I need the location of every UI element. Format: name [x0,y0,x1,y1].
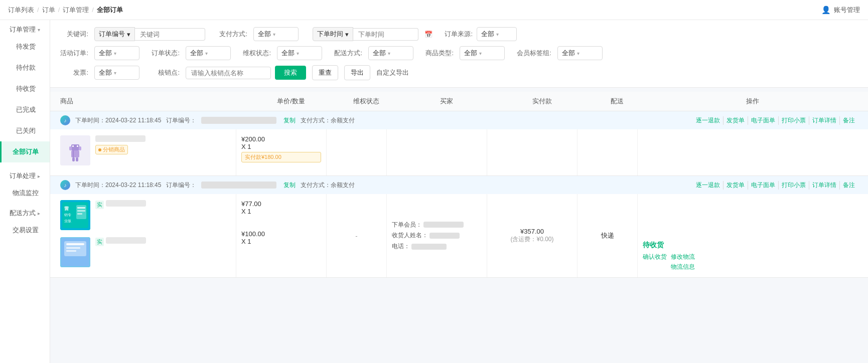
price-main-1-1: ¥200.00 [241,135,321,143]
breadcrumb-item-3[interactable]: 订单管理 [63,6,89,15]
order-2-price-list: ¥77.00 X 1 ¥100.00 X 1 [236,194,326,277]
rights-select[interactable]: 全部 ▾ [277,46,322,60]
action-detail-1[interactable]: 订单详情 [809,116,840,125]
chevron-down-icon-delivery: ▾ [388,51,390,56]
chevron-down-icon-time: ▾ [345,31,349,38]
order-2-amount: ¥357.00 (含运费：¥0.00) [487,194,577,277]
order-platform-icon-1: ♪ [60,115,70,125]
svg-rect-17 [77,210,85,212]
delivery-value-2: 快递 [601,231,614,240]
op-confirm-2[interactable]: 确认收货 [643,253,667,261]
svg-text:业版: 业版 [64,219,71,223]
breadcrumb-sep-3: / [92,6,94,14]
copy-button-1[interactable]: 复制 [283,116,296,125]
col-product: 商品 [60,97,246,106]
time-type-select[interactable]: 下单时间 ▾ [313,27,353,41]
svg-rect-16 [77,207,85,209]
breadcrumb-item-2[interactable]: 订单 [42,6,55,15]
sidebar-item-pending-payment[interactable]: 待付款 [0,57,50,78]
keyword-type-select[interactable]: 订单编号 ▾ [94,27,135,41]
action-detail-2[interactable]: 订单详情 [809,181,840,190]
order-id-masked-2 [201,182,276,189]
svg-rect-8 [76,157,78,161]
order-2-buyer: 下单会员： 收货人姓名： 电话： [386,194,487,277]
action-eface-1[interactable]: 电子面单 [748,116,779,125]
action-print-1[interactable]: 打印小票 [779,116,809,125]
order-actions-2: 逐一退款 发货单 电子面单 打印小票 订单详情 备注 [693,181,858,190]
action-shipment-1[interactable]: 发货单 [724,116,748,125]
op-link-row-2: 确认收货 修改物流 [643,253,695,261]
svg-rect-24 [66,250,76,252]
chevron-down-icon-goods-type: ▾ [479,51,482,56]
account-area[interactable]: 👤 账号管理 [821,6,860,15]
sidebar-item-order-processing[interactable]: 订单处理 ▸ [0,166,50,183]
sidebar-item-logistics-monitor[interactable]: 物流监控 [0,183,50,204]
chevron-right-icon-2: ▸ [38,211,40,216]
sidebar-item-pending-shipment[interactable]: 待发货 [0,36,50,57]
rights-status-value-2: - [355,232,357,240]
order-1-product-list: 分销商品 [50,129,236,175]
payment-select[interactable]: 全部 ▾ [253,27,299,41]
search-button[interactable]: 搜索 [275,66,306,80]
svg-rect-6 [71,150,79,157]
goods-type-select[interactable]: 全部 ▾ [460,46,505,60]
member-tag-select[interactable]: 全部 ▾ [557,46,603,60]
phone-masked-2 [411,244,447,250]
chevron-down-icon-rights: ▾ [297,51,299,56]
chevron-down-icon: ▾ [38,27,40,33]
op-logistics-info-2[interactable]: 物流信息 [671,263,695,270]
filter-row-3: 发票: 全部 ▾ 核销点: 搜索 重查 导出 自定义导出 [60,65,858,80]
calendar-icon[interactable]: 📅 [424,31,432,38]
invoice-select[interactable]: 全部 ▾ [94,66,139,80]
action-note-2[interactable]: 备注 [840,181,858,190]
action-note-1[interactable]: 备注 [840,116,858,125]
activity-select[interactable]: 全部 ▾ [94,46,139,60]
source-label: 订单来源: [445,30,473,39]
activity-value: 全部 [99,49,112,58]
sidebar-label-order-processing: 订单处理 [10,171,36,180]
sidebar-item-completed[interactable]: 已完成 [0,99,50,120]
op-modify-logistics-2[interactable]: 修改物流 [671,253,695,261]
keyword-input[interactable] [135,28,205,41]
time-group[interactable]: 下单时间 ▾ [313,27,418,41]
order-status-select[interactable]: 全部 ▾ [186,46,231,60]
product-info-2-2: 实 [95,237,226,249]
verification-input[interactable] [186,67,271,79]
reset-button[interactable]: 重查 [312,65,338,80]
action-refund-1[interactable]: 逐一退款 [693,116,724,125]
actual-price-badge-1-1: 实付款¥180.00 [241,152,321,162]
col-amount: 实付款 [497,97,587,106]
sidebar-item-closed[interactable]: 已关闭 [0,120,50,141]
keyword-group[interactable]: 订单编号 ▾ [94,27,205,41]
order-platform-icon-2: ♪ [60,180,70,190]
filter-row-1: 关键词: 订单编号 ▾ 支付方式: 全部 ▾ 下单时间 ▾ [60,27,858,41]
price-count-2-2: X 1 [241,238,321,245]
col-buyer: 买家 [396,97,497,106]
action-shipment-2[interactable]: 发货单 [724,181,748,190]
phone-label-2: 电话： [392,243,410,250]
buyer-label-2: 下单会员： [392,220,464,231]
source-select[interactable]: 全部 ▾ [477,27,517,41]
breadcrumb-item-1[interactable]: 订单列表 [8,6,34,15]
sidebar-item-order-management[interactable]: 订单管理 ▾ [0,20,50,36]
custom-export-button[interactable]: 自定义导出 [376,68,409,77]
export-button[interactable]: 导出 [344,65,370,80]
sidebar-item-transaction-settings[interactable]: 交易设置 [0,220,50,241]
sidebar-item-delivery-method[interactable]: 配送方式 ▸ [0,204,50,220]
account-label[interactable]: 账号管理 [834,6,860,15]
action-refund-2[interactable]: 逐一退款 [693,181,724,190]
sidebar-item-pending-receipt[interactable]: 待收货 [0,78,50,99]
order-status-label: 订单状态: [152,49,180,58]
order-1-delivery [577,129,637,175]
goods-type-label: 商品类型: [425,49,454,58]
order-1-buyer [386,129,487,175]
sidebar-item-all-orders[interactable]: 全部订单 [0,141,50,162]
action-eface-2[interactable]: 电子面单 [748,181,779,190]
delivery-select[interactable]: 全部 ▾ [368,46,413,60]
order-info-left-1: ♪ 下单时间：2024-03-22 11:18:45 订单编号： 复制 支付方式… [60,115,355,125]
copy-button-2[interactable]: 复制 [283,181,296,190]
op-link-row-2b: 物流信息 [671,263,695,271]
time-input[interactable] [353,28,418,41]
product-name-masked-2-2 [106,237,146,244]
action-print-2[interactable]: 打印小票 [779,181,809,190]
